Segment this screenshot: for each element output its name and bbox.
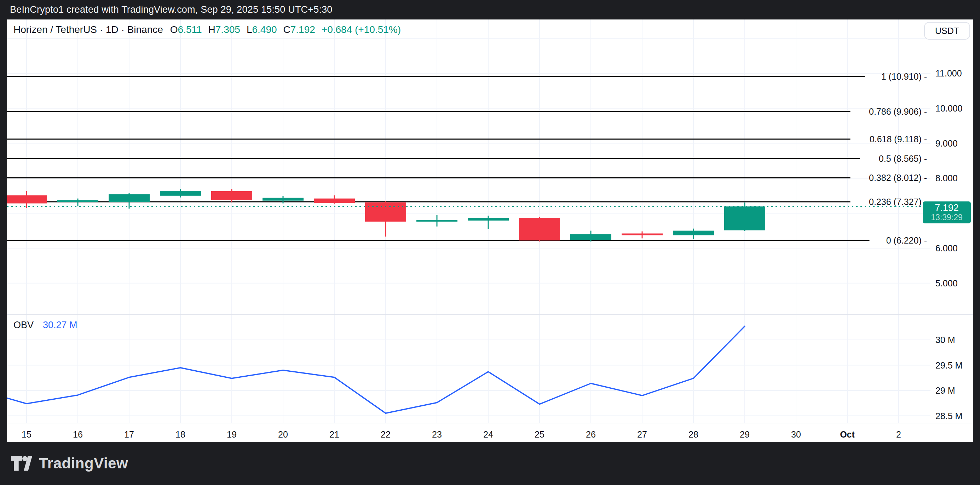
price-tick-5.000: 5.000 xyxy=(935,278,958,288)
obv-tick-30 M: 30 M xyxy=(935,335,955,345)
candle-body-24 xyxy=(468,218,509,220)
obv-tick-29 M: 29 M xyxy=(935,386,955,396)
watermark-title: BeInCrypto1 created with TradingView.com… xyxy=(0,4,332,15)
candle-body-19 xyxy=(211,191,252,200)
fib-label-1: 1 (10.910) - xyxy=(881,72,927,81)
candle-body-15 xyxy=(6,195,47,204)
time-label-2: 2 xyxy=(896,429,901,439)
candle-body-27 xyxy=(622,234,663,235)
time-label-18: 18 xyxy=(175,429,185,439)
time-label-Oct: Oct xyxy=(840,429,855,439)
time-label-22: 22 xyxy=(381,429,391,439)
time-label-23: 23 xyxy=(432,429,442,439)
obv-current-value: 30.27 M xyxy=(43,320,78,331)
time-label-20: 20 xyxy=(278,429,288,439)
fib-label-0.236: 0.236 (7.327) - xyxy=(869,197,927,207)
chart-plot-area[interactable]: 1 (10.910) -0.786 (9.906) -0.618 (9.118)… xyxy=(0,0,980,485)
change-value: +0.684 (+10.51%) xyxy=(321,24,401,35)
time-label-21: 21 xyxy=(329,429,339,439)
top-watermark-bar: BeInCrypto1 created with TradingView.com… xyxy=(0,0,980,19)
footer-bar: TradingView xyxy=(0,442,980,485)
price-tick-10.000: 10.000 xyxy=(935,104,963,113)
candle-body-23 xyxy=(417,220,457,222)
candle-body-17 xyxy=(108,195,150,202)
fib-label-0.786: 0.786 (9.906) - xyxy=(869,107,927,116)
high-value: H7.305 xyxy=(208,24,240,35)
time-label-24: 24 xyxy=(483,429,493,439)
time-label-28: 28 xyxy=(689,429,698,439)
ohlc-values: O6.511 H7.305 L6.490 C7.192 +0.684 (+10.… xyxy=(170,24,401,35)
price-tick-11.000: 11.000 xyxy=(935,68,962,78)
tradingview-snapshot: 1 (10.910) -0.786 (9.906) -0.618 (9.118)… xyxy=(0,0,980,485)
last-price-label: 7.192 13:39:29 xyxy=(923,201,971,223)
candle-body-28 xyxy=(673,231,714,235)
obv-tick-29.5 M: 29.5 M xyxy=(935,361,963,370)
fib-label-0: 0 (6.220) - xyxy=(886,235,927,245)
time-label-16: 16 xyxy=(73,429,83,439)
obv-name: OBV xyxy=(13,320,33,331)
close-value: C7.192 xyxy=(283,24,315,35)
candle-countdown: 13:39:29 xyxy=(931,213,963,222)
obv-indicator-legend[interactable]: OBV 30.27 M xyxy=(13,320,78,331)
candle-body-21 xyxy=(314,199,355,203)
candle-body-20 xyxy=(262,198,304,201)
price-tick-8.000: 8.000 xyxy=(935,173,958,183)
price-tick-6.000: 6.000 xyxy=(935,243,958,253)
plot-background xyxy=(7,19,973,442)
candle-body-22 xyxy=(365,203,406,222)
tradingview-logo[interactable]: TradingView xyxy=(11,455,128,472)
time-label-17: 17 xyxy=(124,429,134,439)
candle-body-26 xyxy=(570,234,611,240)
time-label-26: 26 xyxy=(586,429,596,439)
candle-body-16 xyxy=(57,200,99,202)
time-label-25: 25 xyxy=(535,429,544,439)
candle-body-29 xyxy=(724,206,765,230)
open-value: O6.511 xyxy=(170,24,202,35)
low-value: L6.490 xyxy=(247,24,277,35)
fib-label-0.618: 0.618 (9.118) - xyxy=(870,134,927,144)
last-price-value: 7.192 xyxy=(935,203,959,213)
candle-body-18 xyxy=(160,191,201,196)
tradingview-logo-text: TradingView xyxy=(39,455,128,472)
fib-label-0.5: 0.5 (8.565) - xyxy=(879,154,927,164)
tradingview-logo-icon xyxy=(11,456,33,471)
currency-toggle-label: USDT xyxy=(935,26,959,36)
fib-label-0.382: 0.382 (8.012) - xyxy=(869,173,927,183)
time-label-19: 19 xyxy=(227,429,237,439)
symbol-title: Horizen / TetherUS · 1D · Binance xyxy=(13,24,163,35)
price-tick-9.000: 9.000 xyxy=(935,139,958,148)
obv-tick-28.5 M: 28.5 M xyxy=(935,411,963,421)
time-label-30: 30 xyxy=(791,429,801,439)
time-label-27: 27 xyxy=(637,429,647,439)
time-label-29: 29 xyxy=(740,429,750,439)
symbol-legend: Horizen / TetherUS · 1D · Binance O6.511… xyxy=(13,24,401,37)
currency-toggle-button[interactable]: USDT xyxy=(924,22,970,40)
candle-body-25 xyxy=(519,218,560,240)
time-label-15: 15 xyxy=(22,429,32,439)
